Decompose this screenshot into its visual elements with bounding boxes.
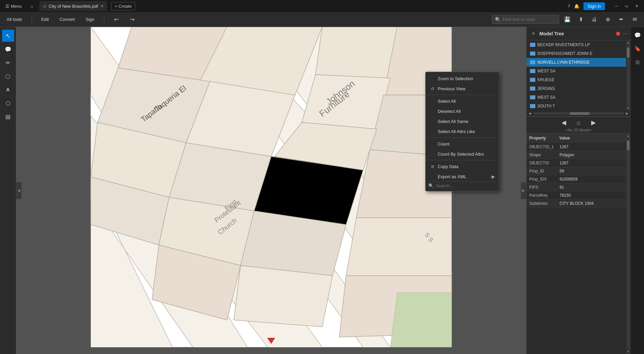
hscroll-left-button[interactable]: ◀: [527, 111, 533, 116]
save-button[interactable]: 💾: [562, 14, 573, 25]
prop-col-value: Value: [559, 136, 570, 140]
ctx-count[interactable]: Count: [426, 139, 499, 149]
help-icon[interactable]: ?: [568, 4, 570, 9]
text-tool-button[interactable]: A: [2, 84, 14, 96]
tree-item-icon-6: [530, 95, 535, 99]
notification-icon[interactable]: 🔔: [574, 4, 579, 9]
prop-scroll-down[interactable]: ▼: [626, 349, 631, 354]
pen-button[interactable]: ✒: [616, 14, 627, 25]
svg-marker-26: [390, 293, 452, 347]
ctx-select-all-attrs-like[interactable]: Select All Attrs Like: [426, 126, 499, 136]
search-box[interactable]: 🔍: [492, 15, 559, 24]
page-down-arrow[interactable]: [267, 338, 275, 344]
tree-scroll-down[interactable]: ▼: [626, 106, 631, 110]
nav-model-label: <No 3D Model>: [566, 128, 592, 132]
collapse-left-button[interactable]: ◀: [16, 182, 22, 199]
nav-forward-button[interactable]: ▶: [589, 118, 598, 127]
pencil-tool-button[interactable]: ✏: [2, 57, 14, 69]
tab-title: City of New Braunfels.pdf: [49, 4, 98, 9]
toolbar-separator2: [104, 16, 104, 23]
properties-main: Property Value OBJECTID_1 1267 Shape Pol…: [527, 133, 626, 354]
ctx-select-all[interactable]: Select All: [426, 96, 499, 106]
menu-button[interactable]: ☰ Menu: [3, 2, 25, 10]
ctx-copydata-icon: ⊞: [430, 164, 435, 169]
ctx-previous-view[interactable]: ↺ Previous View: [426, 84, 499, 94]
toolbar-separator: [32, 16, 32, 23]
tree-scroll-track[interactable]: [627, 46, 630, 105]
tree-scroll-up[interactable]: ▲: [626, 40, 631, 45]
undo-button[interactable]: ↩: [111, 14, 122, 25]
print-button[interactable]: 🖨: [589, 14, 600, 25]
ctx-search-input[interactable]: [436, 183, 496, 188]
pdf-tab[interactable]: ☆ City of New Braunfels.pdf ✕: [39, 1, 107, 11]
window-close-button[interactable]: ✕: [632, 1, 641, 11]
ctx-separator-1: [426, 95, 499, 95]
search-input[interactable]: [503, 17, 556, 22]
toolbar-right: 🔍 💾 ⬆ 🖨 ⊕ ✒ ✉: [492, 14, 640, 25]
ctx-export-as-xml[interactable]: Export as XML ▶: [426, 171, 499, 182]
tree-vscroll[interactable]: ▲ ▼: [626, 40, 631, 110]
hscroll-track[interactable]: [533, 112, 624, 115]
ctx-separator-2: [426, 137, 499, 138]
ctx-search-row: 🔍: [426, 182, 499, 190]
new-tab-button[interactable]: + Create: [111, 2, 135, 10]
ctx-select-all-same[interactable]: Select All Same: [426, 116, 499, 126]
minimize-button[interactable]: ─: [612, 1, 621, 11]
upload-button[interactable]: ⬆: [575, 14, 586, 25]
convert-button[interactable]: Convert: [57, 15, 78, 23]
collapse-left-icon: ◀: [17, 189, 20, 192]
properties-body: OBJECTID_1 1267 Shape Polygon OBJECTID 1…: [527, 143, 626, 354]
tab-close-button[interactable]: ✕: [101, 4, 104, 8]
circle-tool-button[interactable]: ◯: [2, 70, 14, 82]
tree-item-icon-5: [530, 87, 535, 91]
model-tree-close-button[interactable]: ✕: [530, 30, 537, 37]
tree-item-0[interactable]: BECKER INVESTMENTS LP: [527, 40, 626, 49]
tree-item-6[interactable]: WEST SA: [527, 93, 626, 102]
prop-scroll-up[interactable]: ▲: [626, 133, 631, 138]
far-right-panel: 💬 🔖 ⊞: [631, 27, 644, 354]
tree-item-7[interactable]: SOUTH T: [527, 102, 626, 110]
window-controls: ─ ▭ ✕: [612, 1, 641, 11]
hscroll-right-button[interactable]: ▶: [624, 111, 630, 116]
properties-panel: Property Value OBJECTID_1 1267 Shape Pol…: [527, 133, 631, 354]
model-tree-more-button[interactable]: ···: [623, 31, 627, 37]
tree-item-1[interactable]: DOEPPENSCHMIDT JONNI E: [527, 49, 626, 58]
ctx-count-by-selected-attrs[interactable]: Count By Selected Attrs: [426, 149, 499, 159]
nav-back-button[interactable]: ◀: [559, 118, 569, 127]
tree-item-5[interactable]: JERGINS: [527, 84, 626, 93]
comment-tool-button[interactable]: 💬: [2, 43, 14, 55]
far-right-grid-button[interactable]: ⊞: [632, 57, 643, 67]
menu-tool-button[interactable]: ▤: [2, 110, 14, 123]
far-right-chat-button[interactable]: 💬: [632, 30, 643, 40]
sign-button[interactable]: Sign: [83, 15, 97, 23]
svg-marker-24: [234, 265, 332, 327]
hscroll-thumb: [570, 112, 590, 115]
ctx-deselect-all[interactable]: Deselect All: [426, 106, 499, 116]
ctx-zoom-to-selection[interactable]: Zoom to Selection: [426, 73, 499, 84]
stamp-tool-button[interactable]: ⬡: [2, 97, 14, 109]
far-right-bookmark-button[interactable]: 🔖: [632, 43, 643, 54]
cursor-tool-button[interactable]: ↖: [2, 30, 14, 42]
zoom-button[interactable]: ⊕: [602, 14, 613, 25]
ctx-search-icon: 🔍: [428, 183, 434, 188]
mail-button[interactable]: ✉: [629, 14, 640, 25]
prop-vscroll[interactable]: ▲ ▼: [626, 133, 631, 354]
nav-home-button[interactable]: ⌂: [574, 118, 583, 127]
tree-item-3[interactable]: WEST SA: [527, 67, 626, 75]
maximize-button[interactable]: ▭: [622, 1, 631, 11]
redo-button[interactable]: ↪: [127, 14, 138, 25]
prop-scroll-track[interactable]: [627, 139, 630, 349]
edit-button[interactable]: Edit: [39, 15, 51, 23]
tree-items-list: BECKER INVESTMENTS LP DOEPPENSCHMIDT JON…: [527, 40, 626, 110]
tree-item-2[interactable]: NORVELL LYNN ETHRIDGE: [527, 58, 626, 67]
ctx-copy-data[interactable]: ⊞ Copy Data: [426, 161, 499, 171]
tree-item-4[interactable]: KRUEGE: [527, 75, 626, 84]
collapse-right-button[interactable]: ▶: [521, 182, 526, 199]
home-button[interactable]: ⌂: [27, 1, 37, 11]
sign-in-button[interactable]: Sign in: [583, 2, 605, 10]
tree-hscroll-area: ◀ ▶: [527, 110, 631, 117]
all-tools-button[interactable]: All tools: [4, 15, 25, 23]
prop-row-1: Shape Polygon: [527, 151, 626, 159]
tree-item-icon-7: [530, 104, 535, 108]
page-down-indicator[interactable]: [267, 338, 275, 344]
